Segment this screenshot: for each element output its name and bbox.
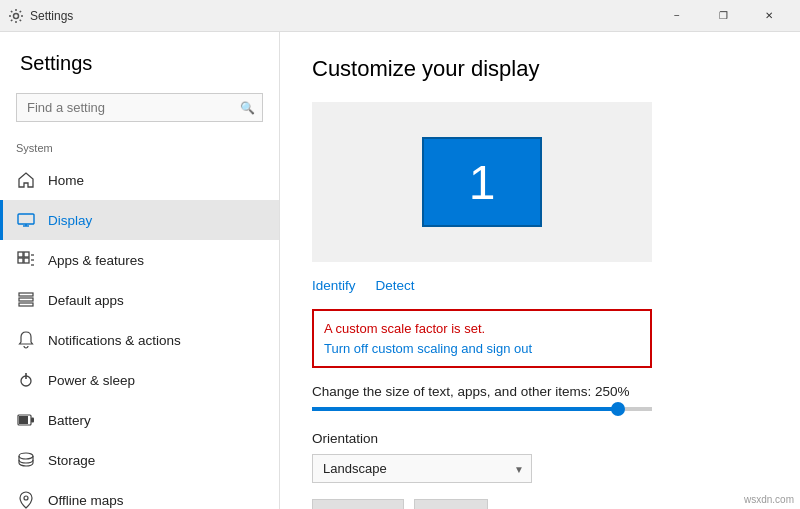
svg-point-20: [24, 496, 28, 500]
scale-label: Change the size of text, apps, and other…: [312, 384, 768, 399]
power-icon: [16, 370, 36, 390]
monitor-number: 1: [469, 155, 496, 210]
sidebar-item-label-home: Home: [48, 173, 84, 188]
svg-rect-17: [19, 416, 28, 424]
sidebar-item-home[interactable]: Home: [0, 160, 279, 200]
sidebar-item-label-battery: Battery: [48, 413, 91, 428]
content-area: Customize your display 1 Identify Detect…: [280, 32, 800, 509]
sidebar-item-storage[interactable]: Storage: [0, 440, 279, 480]
page-title: Customize your display: [312, 56, 768, 82]
svg-rect-1: [18, 214, 34, 224]
orientation-label: Orientation: [312, 431, 768, 446]
identify-link[interactable]: Identify: [312, 278, 356, 293]
slider-container[interactable]: [312, 407, 652, 411]
sidebar-item-offline-maps[interactable]: Offline maps: [0, 480, 279, 509]
sidebar: Settings 🔍 System Home: [0, 32, 280, 509]
slider-thumb[interactable]: [611, 402, 625, 416]
sidebar-item-label-notifications: Notifications & actions: [48, 333, 181, 348]
monitor-preview: 1: [312, 102, 652, 262]
sidebar-section-system: System: [0, 138, 279, 160]
warning-box: A custom scale factor is set. Turn off c…: [312, 309, 652, 368]
sidebar-item-label-storage: Storage: [48, 453, 95, 468]
sidebar-item-power-sleep[interactable]: Power & sleep: [0, 360, 279, 400]
default-apps-icon: [16, 290, 36, 310]
sidebar-item-label-power: Power & sleep: [48, 373, 135, 388]
cancel-button[interactable]: Cancel: [414, 499, 488, 509]
minimize-button[interactable]: −: [654, 0, 700, 32]
orientation-select[interactable]: Landscape Portrait Landscape (flipped) P…: [312, 454, 532, 483]
svg-rect-4: [18, 252, 23, 257]
warning-line1: A custom scale factor is set.: [324, 321, 485, 336]
search-input[interactable]: [16, 93, 263, 122]
sidebar-item-display[interactable]: Display: [0, 200, 279, 240]
restore-button[interactable]: ❐: [700, 0, 746, 32]
storage-icon: [16, 450, 36, 470]
detect-link[interactable]: Detect: [376, 278, 415, 293]
title-bar-text: Settings: [30, 9, 654, 23]
window-controls: − ❐ ✕: [654, 0, 792, 32]
sidebar-item-label-apps: Apps & features: [48, 253, 144, 268]
sidebar-item-battery[interactable]: Battery: [0, 400, 279, 440]
svg-rect-7: [24, 258, 29, 263]
notifications-icon: [16, 330, 36, 350]
battery-icon: [16, 410, 36, 430]
monitor-screen: 1: [422, 137, 542, 227]
title-bar: Settings − ❐ ✕: [0, 0, 800, 32]
offline-maps-icon: [16, 490, 36, 509]
home-icon: [16, 170, 36, 190]
sidebar-item-notifications[interactable]: Notifications & actions: [0, 320, 279, 360]
slider-fill: [312, 407, 618, 411]
close-button[interactable]: ✕: [746, 0, 792, 32]
svg-rect-13: [19, 303, 33, 306]
svg-point-19: [19, 453, 33, 459]
sidebar-item-label-offline-maps: Offline maps: [48, 493, 124, 508]
bottom-buttons-row: Advanced Cancel: [312, 499, 768, 509]
orientation-select-container: Landscape Portrait Landscape (flipped) P…: [312, 454, 532, 483]
svg-rect-6: [18, 258, 23, 263]
warning-link[interactable]: Turn off custom scaling and sign out: [324, 339, 640, 359]
svg-rect-11: [19, 293, 33, 296]
svg-rect-18: [31, 418, 34, 423]
sidebar-header: Settings: [0, 32, 279, 85]
svg-rect-5: [24, 252, 29, 257]
main-container: Settings 🔍 System Home: [0, 32, 800, 509]
slider-track: [312, 407, 652, 411]
settings-icon: [8, 8, 24, 24]
search-icon: 🔍: [240, 101, 255, 115]
advanced-button[interactable]: Advanced: [312, 499, 404, 509]
sidebar-item-default-apps[interactable]: Default apps: [0, 280, 279, 320]
display-icon: [16, 210, 36, 230]
apps-icon: [16, 250, 36, 270]
sidebar-item-label-default-apps: Default apps: [48, 293, 124, 308]
watermark: wsxdn.com: [744, 494, 794, 505]
sidebar-item-apps-features[interactable]: Apps & features: [0, 240, 279, 280]
svg-rect-12: [19, 298, 33, 301]
links-row: Identify Detect: [312, 278, 768, 293]
svg-point-0: [14, 13, 19, 18]
sidebar-item-label-display: Display: [48, 213, 92, 228]
search-container: 🔍: [16, 93, 263, 122]
